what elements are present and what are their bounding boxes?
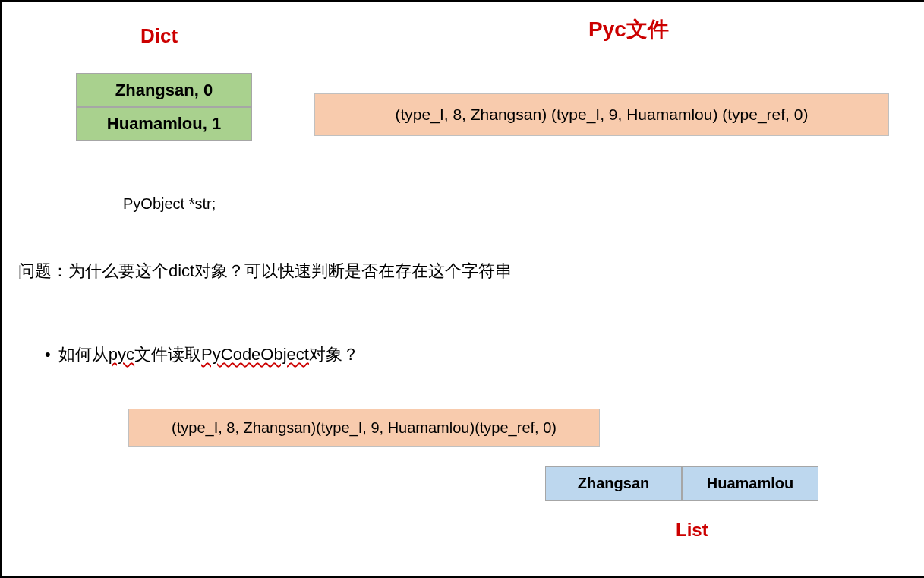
list-table: Zhangsan Huamamlou <box>545 466 818 501</box>
pyc-file-box-1: (type_I, 8, Zhangsan) (type_I, 9, Huamam… <box>314 93 889 136</box>
bullet-prefix: 如何从 <box>58 345 109 364</box>
bullet-suffix: 对象？ <box>309 345 359 364</box>
pyobject-declaration: PyObject *str; <box>123 195 216 213</box>
bullet-mid: 文件读取 <box>134 345 201 364</box>
question-text: 问题：为什么要这个dict对象？可以快速判断是否在存在这个字符串 <box>18 260 512 283</box>
dict-row-0: Zhangsan, 0 <box>77 74 251 107</box>
dict-header: Dict <box>140 24 178 48</box>
pyc-file-box-2: (type_I, 8, Zhangsan)(type_I, 9, Huamaml… <box>128 409 600 447</box>
dict-row-1: Huamamlou, 1 <box>77 107 251 141</box>
bullet-read-pycodeobject: 如何从pyc文件读取PyCodeObject对象？ <box>45 343 359 366</box>
pyc-header: Pyc文件 <box>588 15 669 44</box>
bullet-spell-pyc: pyc <box>109 345 134 364</box>
dict-table: Zhangsan, 0 Huamamlou, 1 <box>76 73 252 141</box>
list-label: List <box>676 520 708 541</box>
list-cell-1: Huamamlou <box>682 466 818 501</box>
bullet-spell-pycodeobject: PyCodeObject <box>201 345 309 364</box>
list-cell-0: Zhangsan <box>545 466 682 501</box>
